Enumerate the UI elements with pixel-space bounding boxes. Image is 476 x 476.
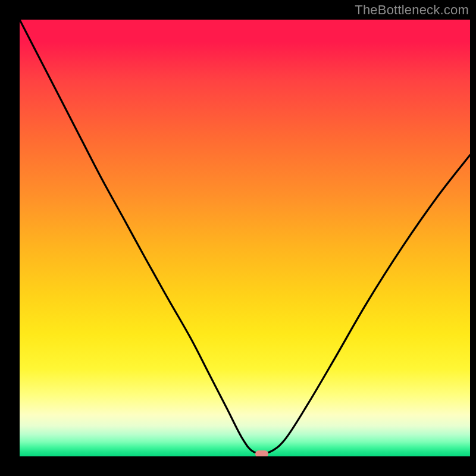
chart-stage: TheBottleneck.com xyxy=(0,0,476,476)
watermark-text: TheBottleneck.com xyxy=(355,2,469,18)
curve-path xyxy=(20,20,470,453)
optimal-point-marker xyxy=(255,450,268,456)
plot-area xyxy=(20,20,470,456)
bottleneck-curve xyxy=(20,20,470,456)
